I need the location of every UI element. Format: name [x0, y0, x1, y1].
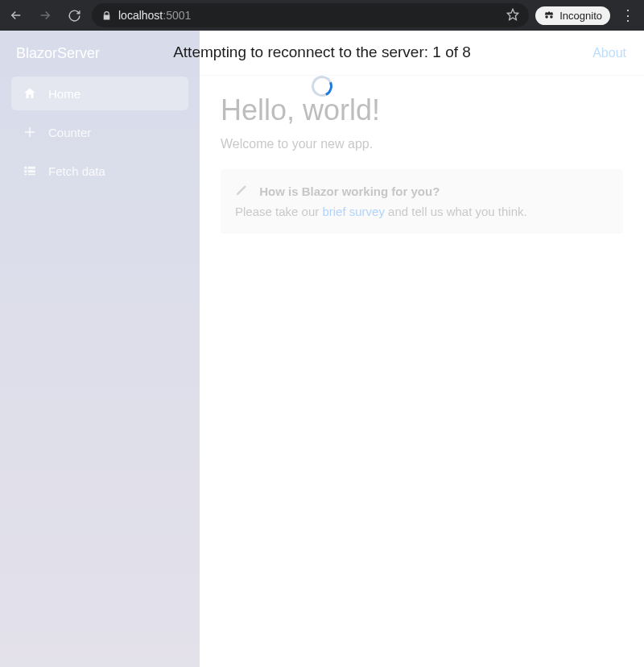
url-port: :5001 — [163, 9, 191, 22]
incognito-label: Incognito — [559, 10, 602, 22]
sidebar: BlazorServer Home Counter — [0, 31, 200, 667]
sidebar-item-home[interactable]: Home — [11, 77, 188, 110]
address-bar[interactable]: localhost:5001 — [92, 3, 529, 27]
pencil-icon — [235, 183, 250, 201]
back-button[interactable] — [5, 4, 27, 27]
reload-button[interactable] — [63, 4, 85, 27]
chrome-menu-button[interactable]: ⋮ — [617, 6, 639, 24]
content: Hello, world! Welcome to your new app. H… — [200, 76, 644, 251]
list-icon — [23, 164, 37, 178]
svg-rect-3 — [24, 170, 27, 172]
callout-suffix: and tell us what you think. — [385, 205, 527, 218]
top-row: About — [200, 31, 644, 76]
url-host: localhost — [118, 9, 163, 22]
svg-rect-5 — [24, 174, 27, 176]
home-icon — [23, 86, 37, 101]
lock-icon — [101, 10, 112, 21]
sidebar-item-fetch-data[interactable]: Fetch data — [11, 154, 188, 188]
callout-prefix: Please take our — [235, 205, 322, 218]
page-title: Hello, world! — [221, 93, 623, 127]
incognito-badge: Incognito — [535, 6, 610, 25]
svg-marker-0 — [508, 9, 518, 19]
browser-chrome: localhost:5001 Incognito ⋮ — [0, 0, 644, 31]
sidebar-item-label: Fetch data — [48, 164, 105, 178]
survey-callout: How is Blazor working for you? Please ta… — [221, 169, 623, 234]
url-text: localhost:5001 — [118, 9, 191, 22]
sidebar-item-label: Home — [48, 87, 80, 101]
welcome-text: Welcome to your new app. — [221, 137, 623, 151]
forward-button[interactable] — [34, 4, 56, 27]
sidebar-item-label: Counter — [48, 126, 91, 139]
star-icon[interactable] — [506, 8, 519, 23]
svg-rect-4 — [28, 170, 35, 172]
svg-rect-6 — [28, 174, 35, 176]
sidebar-item-counter[interactable]: Counter — [11, 115, 188, 149]
callout-question: How is Blazor working for you? — [259, 184, 440, 198]
survey-link[interactable]: brief survey — [322, 205, 385, 218]
main: About Hello, world! Welcome to your new … — [200, 31, 644, 667]
about-link[interactable]: About — [592, 46, 626, 60]
app: BlazorServer Home Counter — [0, 31, 644, 667]
svg-rect-1 — [24, 167, 27, 169]
brand: BlazorServer — [0, 31, 200, 77]
incognito-icon — [543, 9, 555, 23]
plus-icon — [23, 125, 37, 139]
svg-rect-2 — [28, 167, 35, 169]
nav: Home Counter Fetch data — [0, 77, 200, 188]
